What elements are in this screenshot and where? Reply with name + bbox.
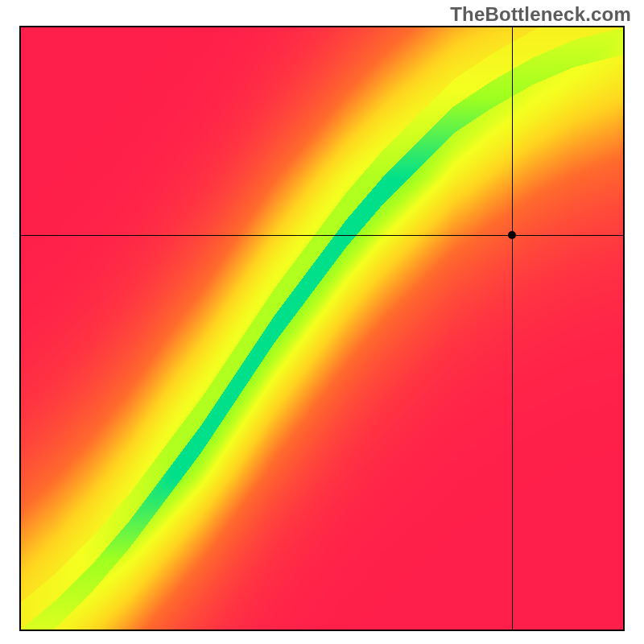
chart-container: TheBottleneck.com [0,0,644,644]
plot-area [19,26,625,631]
crosshair-vertical [512,27,513,630]
crosshair-horizontal [21,235,623,236]
watermark-text: TheBottleneck.com [450,3,631,26]
heatmap-canvas [21,27,623,630]
marker-dot [508,231,516,239]
